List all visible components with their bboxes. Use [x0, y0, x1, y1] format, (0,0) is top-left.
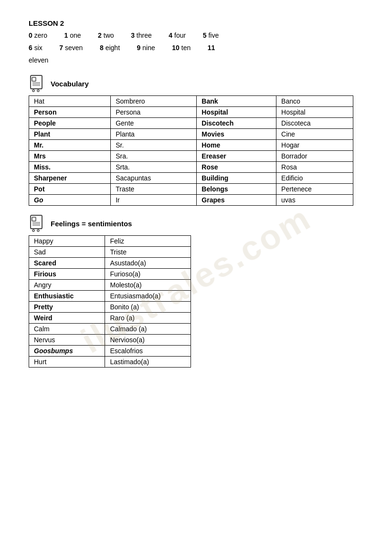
vocab-en2: Hospital	[197, 107, 276, 118]
word-nine: nine	[142, 44, 160, 52]
feelings-row: Calm Calmado (a)	[29, 324, 191, 335]
feelings-table: Happy Feliz Sad Triste Scared Asustado(a…	[29, 235, 191, 368]
vocab-row: Mrs Sra. Ereaser Borrador	[29, 151, 353, 162]
feelings-row: Nervus Nervioso(a)	[29, 335, 191, 346]
vocab-en: Plant	[29, 129, 111, 140]
feelings-row: Sad Triste	[29, 247, 191, 258]
vocab-es: Sacapuntas	[111, 173, 197, 184]
vocab-es2: Rosa	[276, 162, 353, 173]
word-zero: zero	[34, 32, 53, 39]
feelings-row: Goosbumps Escalofrios	[29, 346, 191, 357]
feelings-es: Lastimado(a)	[105, 357, 191, 368]
feelings-en: Firious	[29, 269, 105, 280]
feelings-es: Entusiasmado(a)	[105, 291, 191, 302]
numbers-row2: 6 six 7 seven 8 eight 9 nine 10 ten 11	[29, 42, 363, 54]
num-6: 6	[29, 44, 34, 52]
vocab-row: Pot Traste Belongs Pertenece	[29, 184, 353, 195]
book-icon-vocab	[29, 74, 48, 93]
feelings-en: Scared	[29, 258, 105, 269]
vocab-es2: Edificio	[276, 173, 353, 184]
feelings-es: Escalofrios	[105, 346, 191, 357]
vocabulary-header: Vocabulary	[29, 74, 363, 93]
vocab-row: Sharpener Sacapuntas Building Edificio	[29, 173, 353, 184]
num-10: 10	[172, 44, 181, 52]
vocab-en: Go	[29, 195, 111, 206]
feelings-en: Pretty	[29, 302, 105, 313]
svg-point-12	[37, 230, 39, 232]
vocabulary-table: Hat Sombrero Bank Banco Person Persona H…	[29, 95, 353, 206]
vocab-row: Go Ir Grapes uvas	[29, 195, 353, 206]
vocab-es: Planta	[111, 129, 197, 140]
numbers-row3: eleven	[29, 55, 363, 66]
feelings-row: Happy Feliz	[29, 236, 191, 247]
vocab-en2: Bank	[197, 96, 276, 107]
feelings-en: Hurt	[29, 357, 105, 368]
feelings-row: Enthusiastic Entusiasmado(a)	[29, 291, 191, 302]
vocab-en: Hat	[29, 96, 111, 107]
svg-point-4	[37, 90, 39, 92]
feelings-row: Angry Molesto(a)	[29, 280, 191, 291]
feelings-header: Feelings = sentimientos	[29, 214, 363, 232]
num-9: 9	[137, 44, 143, 52]
word-two: two	[104, 32, 119, 39]
word-three: three	[137, 32, 158, 39]
vocab-en: Mr.	[29, 140, 111, 151]
feelings-en: Calm	[29, 324, 105, 335]
svg-rect-9	[32, 217, 36, 221]
feelings-row: Weird Raro (a)	[29, 313, 191, 324]
vocab-es2: Pertenece	[276, 184, 353, 195]
vocab-en: Sharpener	[29, 173, 111, 184]
feelings-es: Asustado(a)	[105, 258, 191, 269]
vocab-es2: Cine	[276, 129, 353, 140]
feelings-row: Pretty Bonito (a)	[29, 302, 191, 313]
num-3: 3	[131, 32, 137, 39]
vocab-es: Gente	[111, 118, 197, 129]
num-7: 7	[59, 44, 65, 52]
feelings-es: Triste	[105, 247, 191, 258]
feelings-en: Weird	[29, 313, 105, 324]
vocab-en: Person	[29, 107, 111, 118]
vocab-en2: Rose	[197, 162, 276, 173]
vocab-es2: Borrador	[276, 151, 353, 162]
feelings-en: Enthusiastic	[29, 291, 105, 302]
feelings-en: Angry	[29, 280, 105, 291]
word-ten: ten	[181, 44, 196, 52]
word-seven: seven	[65, 44, 88, 52]
word-five: five	[208, 32, 219, 39]
vocab-en: Pot	[29, 184, 111, 195]
feelings-row: Firious Furioso(a)	[29, 269, 191, 280]
vocab-row: People Gente Discotech Discoteca	[29, 118, 353, 129]
word-eight: eight	[106, 44, 126, 52]
vocab-row: Hat Sombrero Bank Banco	[29, 96, 353, 107]
vocab-es: Ir	[111, 195, 197, 206]
feelings-es: Molesto(a)	[105, 280, 191, 291]
vocab-es2: Hogar	[276, 140, 353, 151]
vocab-es: Sombrero	[111, 96, 197, 107]
word-one: one	[70, 32, 86, 39]
numbers-row1: 0 zero 1 one 2 two 3 three 4 four 5 five	[29, 30, 363, 42]
vocab-en2: Building	[197, 173, 276, 184]
vocab-es: Srta.	[111, 162, 197, 173]
svg-point-11	[32, 230, 34, 232]
vocab-en: People	[29, 118, 111, 129]
feelings-row: Hurt Lastimado(a)	[29, 357, 191, 368]
vocab-es: Persona	[111, 107, 197, 118]
vocab-es2: Hospital	[276, 107, 353, 118]
num-11: 11	[208, 44, 215, 52]
vocab-en2: Ereaser	[197, 151, 276, 162]
feelings-label: Feelings = sentimientos	[51, 220, 132, 228]
vocab-es: Sra.	[111, 151, 197, 162]
vocab-en2: Grapes	[197, 195, 276, 206]
num-1: 1	[64, 32, 70, 39]
vocab-es2: uvas	[276, 195, 353, 206]
vocab-en: Miss.	[29, 162, 111, 173]
feelings-es: Bonito (a)	[105, 302, 191, 313]
num-4: 4	[169, 32, 174, 39]
feelings-es: Calmado (a)	[105, 324, 191, 335]
word-four: four	[174, 32, 191, 39]
vocab-es: Traste	[111, 184, 197, 195]
feelings-en: Happy	[29, 236, 105, 247]
num-5: 5	[203, 32, 209, 39]
vocab-row: Miss. Srta. Rose Rosa	[29, 162, 353, 173]
lesson-title: LESSON 2	[29, 19, 363, 27]
